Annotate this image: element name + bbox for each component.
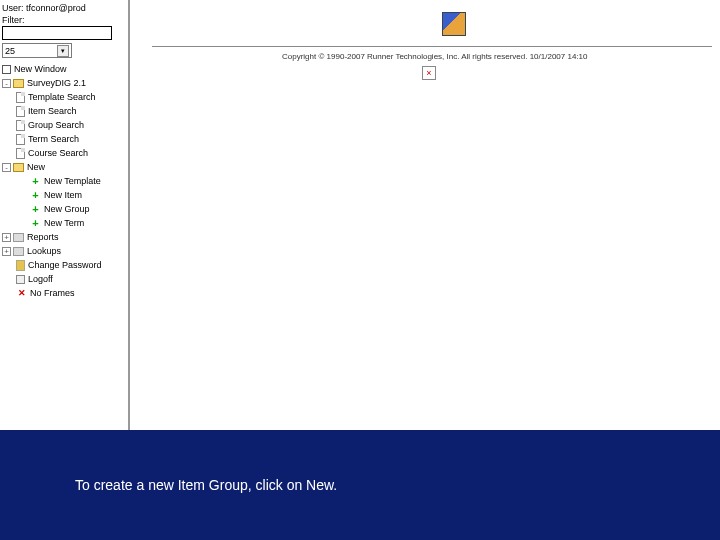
copyright-text: Copyright © 1990-2007 Runner Technologie…: [282, 52, 588, 61]
collapse-icon[interactable]: -: [2, 79, 11, 88]
page-icon: [16, 92, 25, 103]
tree-new-item[interactable]: + New Item: [2, 188, 126, 202]
user-name: tfconnor@prod: [26, 3, 86, 13]
tree-item-search[interactable]: Item Search: [2, 104, 126, 118]
sidebar: User: tfconnor@prod Filter: 25 ▾ New Win…: [0, 0, 130, 430]
tree-group-search[interactable]: Group Search: [2, 118, 126, 132]
page-icon: [16, 134, 25, 145]
tree-root[interactable]: - SurveyDIG 2.1: [2, 76, 126, 90]
tree-reports[interactable]: + Reports: [2, 230, 126, 244]
lock-icon: [16, 260, 25, 271]
page-icon: [16, 148, 25, 159]
folder-icon: [13, 79, 24, 88]
page-size-select[interactable]: 25 ▾: [2, 43, 72, 58]
tree-logoff[interactable]: Logoff: [2, 272, 126, 286]
plus-icon: +: [30, 216, 41, 230]
folder-icon: [13, 163, 24, 172]
plus-icon: +: [30, 202, 41, 216]
filter-label: Filter:: [2, 15, 126, 25]
tree-new-window[interactable]: New Window: [2, 62, 126, 76]
expand-icon[interactable]: +: [2, 247, 11, 256]
app-window: User: tfconnor@prod Filter: 25 ▾ New Win…: [0, 0, 720, 430]
tree-term-search[interactable]: Term Search: [2, 132, 126, 146]
plus-icon: +: [30, 188, 41, 202]
tree-new-group[interactable]: + New Group: [2, 202, 126, 216]
expand-icon[interactable]: +: [2, 233, 11, 242]
plus-icon: +: [30, 174, 41, 188]
slide-caption: To create a new Item Group, click on New…: [0, 471, 720, 505]
page-size-value: 25: [5, 46, 15, 56]
tree-template-search[interactable]: Template Search: [2, 90, 126, 104]
folder-icon: [13, 233, 24, 242]
nav-tree: New Window - SurveyDIG 2.1 Template Sear…: [2, 62, 126, 300]
divider: [152, 46, 712, 47]
tree-lookups[interactable]: + Lookups: [2, 244, 126, 258]
checkbox-icon[interactable]: [2, 65, 11, 74]
user-line: User: tfconnor@prod: [2, 3, 126, 13]
logoff-icon: [16, 275, 25, 284]
collapse-icon[interactable]: -: [2, 163, 11, 172]
content-pane: Copyright © 1990-2007 Runner Technologie…: [132, 0, 720, 430]
filter-input[interactable]: [2, 26, 112, 40]
page-icon: [16, 120, 25, 131]
tree-new-term[interactable]: + New Term: [2, 216, 126, 230]
page-icon: [16, 106, 25, 117]
folder-icon: [13, 247, 24, 256]
tree-new[interactable]: - New: [2, 160, 126, 174]
broken-image-icon: ×: [422, 66, 436, 80]
chevron-down-icon: ▾: [57, 45, 69, 57]
close-icon: ✕: [16, 286, 27, 300]
tree-change-password[interactable]: Change Password: [2, 258, 126, 272]
tree-course-search[interactable]: Course Search: [2, 146, 126, 160]
user-label: User:: [2, 3, 24, 13]
app-logo-icon: [442, 12, 466, 36]
tree-new-template[interactable]: + New Template: [2, 174, 126, 188]
tree-no-frames[interactable]: ✕ No Frames: [2, 286, 126, 300]
